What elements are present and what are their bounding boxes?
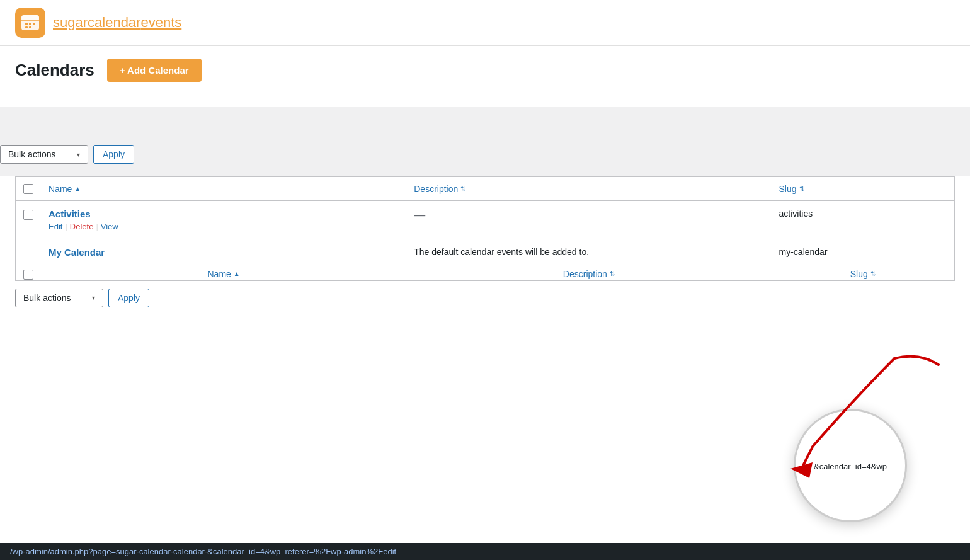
footer-sort-updown-icon-slug: ⇅ (870, 270, 876, 277)
row-actions: Edit | Delete | View (48, 222, 399, 231)
footer-slug-sort-link[interactable]: Slug ⇅ (850, 269, 876, 279)
bulk-actions-row: Bulk actions ▾ Apply (0, 145, 970, 164)
footer-description-header: Description ⇅ (406, 268, 771, 280)
footer-description-label: Description (563, 269, 607, 279)
row-checkbox-cell (16, 201, 41, 239)
bottom-apply-button[interactable]: Apply (108, 289, 149, 307)
row-checkbox-cell-empty (16, 239, 41, 268)
select-all-checkbox[interactable] (23, 184, 33, 194)
footer-name-label: Name (207, 269, 231, 279)
bulk-actions-label: Bulk actions (8, 149, 55, 159)
svg-rect-3 (25, 23, 28, 25)
logo-text-accent: events (140, 14, 181, 30)
footer-sort-asc-icon: ▲ (234, 270, 240, 277)
calendar-name-link[interactable]: My Calendar (48, 247, 399, 258)
slug-column-label: Slug (779, 184, 797, 194)
slug-cell: activities (772, 201, 954, 239)
footer-select-all-checkbox[interactable] (23, 270, 33, 280)
sort-updown-icon-slug: ⇅ (799, 185, 804, 192)
edit-link[interactable]: Edit (48, 222, 62, 231)
logo-text-plain: sugarcalendar (53, 14, 140, 30)
svg-rect-6 (25, 26, 28, 28)
footer-sort-updown-icon: ⇅ (610, 270, 615, 277)
name-column-label: Name (48, 184, 72, 194)
table-row: My Calendar The default calendar events … (16, 239, 954, 268)
apply-button[interactable]: Apply (93, 145, 134, 164)
separator: | (65, 222, 67, 231)
calendar-name-link[interactable]: Activities (48, 209, 399, 219)
footer-name-header: Name ▲ (41, 268, 406, 280)
description-column-header: Description ⇅ (406, 177, 771, 201)
svg-rect-5 (33, 23, 35, 25)
table-container: Name ▲ Description ⇅ Slug ⇅ (0, 176, 970, 315)
bulk-actions-dropdown[interactable]: Bulk actions ▾ (0, 145, 88, 164)
name-cell: Activities Edit | Delete | View (41, 201, 406, 239)
footer-check-cell (16, 268, 41, 280)
description-value: — (414, 209, 425, 221)
name-cell: My Calendar (41, 239, 406, 268)
add-calendar-button[interactable]: + Add Calendar (107, 59, 202, 82)
footer-name-sort-link[interactable]: Name ▲ (207, 269, 239, 279)
sort-updown-icon: ⇅ (460, 185, 465, 192)
name-sort-link[interactable]: Name ▲ (48, 184, 81, 194)
page-header: Calendars + Add Calendar (15, 59, 955, 82)
sort-asc-icon: ▲ (74, 185, 81, 192)
bottom-bulk-actions-label: Bulk actions (23, 293, 71, 303)
bottom-bulk-actions-dropdown[interactable]: Bulk actions ▾ (15, 289, 103, 307)
site-header: sugarcalendarevents (0, 0, 970, 46)
footer-slug-label: Slug (850, 269, 868, 279)
logo-icon (15, 8, 45, 38)
logo-wrapper: sugarcalendarevents (15, 8, 181, 38)
bottom-bulk-actions-row: Bulk actions ▾ Apply (15, 280, 955, 315)
calendars-table: Name ▲ Description ⇅ Slug ⇅ (15, 176, 955, 280)
name-column-header: Name ▲ (41, 177, 406, 201)
footer-slug-header: Slug ⇅ (772, 268, 954, 280)
svg-rect-4 (29, 23, 31, 25)
bottom-chevron-down-icon: ▾ (92, 294, 95, 301)
row-checkbox[interactable] (23, 210, 33, 220)
slug-column-header: Slug ⇅ (772, 177, 954, 201)
filter-area: Bulk actions ▾ Apply (0, 107, 970, 176)
description-sort-link[interactable]: Description ⇅ (414, 184, 465, 194)
footer-description-sort-link[interactable]: Description ⇅ (563, 269, 615, 279)
svg-rect-1 (21, 15, 39, 20)
table-row: Activities Edit | Delete | View — activi… (16, 201, 954, 239)
logo-text: sugarcalendarevents (53, 14, 181, 31)
description-cell: — (406, 201, 771, 239)
page-title: Calendars (15, 60, 94, 80)
slug-cell: my-calendar (772, 239, 954, 268)
select-all-cell (16, 177, 41, 201)
separator: | (96, 222, 98, 231)
table-header-row: Name ▲ Description ⇅ Slug ⇅ (16, 177, 954, 201)
view-link[interactable]: View (101, 222, 118, 231)
svg-rect-7 (29, 26, 31, 28)
delete-link[interactable]: Delete (70, 222, 94, 231)
chevron-down-icon: ▾ (77, 151, 80, 158)
slug-sort-link[interactable]: Slug ⇅ (779, 184, 804, 194)
description-column-label: Description (414, 184, 458, 194)
table-footer-row: Name ▲ Description ⇅ Slug ⇅ (16, 268, 954, 280)
description-cell: The default calendar events will be adde… (406, 239, 771, 268)
page-content: Calendars + Add Calendar (0, 46, 970, 107)
